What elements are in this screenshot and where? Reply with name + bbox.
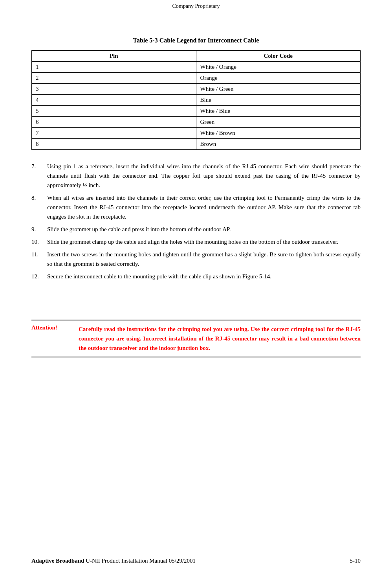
instruction-10-text: Slide the grommet clamp up the cable and… bbox=[47, 237, 361, 247]
instruction-11-number: 11. bbox=[31, 250, 47, 259]
col-color: Color Code bbox=[196, 51, 361, 62]
instruction-7: 7. Using pin 1 as a reference, insert th… bbox=[31, 162, 361, 190]
page-header: Company Proprietary bbox=[0, 0, 392, 17]
color-cell: White / Blue bbox=[196, 106, 361, 117]
attention-text: Carefully read the instructions for the … bbox=[79, 324, 361, 353]
pin-cell: 2 bbox=[32, 73, 196, 84]
color-cell: Brown bbox=[196, 139, 361, 150]
table-row: 3White / Green bbox=[32, 84, 361, 95]
pin-cell: 4 bbox=[32, 95, 196, 106]
instruction-10: 10. Slide the grommet clamp up the cable… bbox=[31, 237, 361, 247]
page-content: Table 5-3 Cable Legend for Interconnect … bbox=[0, 17, 392, 385]
instruction-7-number: 7. bbox=[31, 162, 47, 171]
footer-brand-section: Adaptive Broadband U-NII Product Install… bbox=[31, 558, 196, 564]
instruction-8-text: When all wires are inserted into the cha… bbox=[47, 193, 361, 221]
attention-label: Attention! bbox=[31, 324, 75, 331]
instruction-9-text: Slide the grommet up the cable and press… bbox=[47, 225, 361, 234]
page-footer: Adaptive Broadband U-NII Product Install… bbox=[0, 558, 392, 564]
table-row: 6Green bbox=[32, 117, 361, 128]
instruction-7-text: Using pin 1 as a reference, insert the i… bbox=[47, 162, 361, 190]
attention-box: Attention! Carefully read the instructio… bbox=[31, 320, 361, 357]
pin-cell: 5 bbox=[32, 106, 196, 117]
pin-cell: 8 bbox=[32, 139, 196, 150]
instruction-10-number: 10. bbox=[31, 237, 47, 247]
table-row: 7White / Brown bbox=[32, 128, 361, 139]
instruction-12-number: 12. bbox=[31, 272, 47, 281]
color-cell: White / Brown bbox=[196, 128, 361, 139]
pin-cell: 1 bbox=[32, 62, 196, 73]
color-cell: Blue bbox=[196, 95, 361, 106]
col-pin: Pin bbox=[32, 51, 196, 62]
footer-page-number: 5-10 bbox=[350, 558, 361, 564]
instruction-9-number: 9. bbox=[31, 225, 47, 234]
table-title: Table 5-3 Cable Legend for Interconnect … bbox=[31, 37, 361, 44]
instruction-11: 11. Insert the two screws in the mountin… bbox=[31, 250, 361, 269]
pin-cell: 3 bbox=[32, 84, 196, 95]
table-row: 2Orange bbox=[32, 73, 361, 84]
header-title: Company Proprietary bbox=[172, 3, 220, 9]
pin-cell: 6 bbox=[32, 117, 196, 128]
instruction-8-number: 8. bbox=[31, 193, 47, 202]
pin-cell: 7 bbox=[32, 128, 196, 139]
color-cell: Green bbox=[196, 117, 361, 128]
table-row: 1White / Orange bbox=[32, 62, 361, 73]
table-row: 5White / Blue bbox=[32, 106, 361, 117]
color-cell: Orange bbox=[196, 73, 361, 84]
footer-brand: Adaptive Broadband bbox=[31, 558, 84, 564]
instruction-12-text: Secure the interconnect cable to the mou… bbox=[47, 272, 361, 281]
color-cell: White / Orange bbox=[196, 62, 361, 73]
table-header-row: Pin Color Code bbox=[32, 51, 361, 62]
footer-manual: U-NII Product Installation Manual 05/29/… bbox=[86, 558, 196, 564]
color-cell: White / Green bbox=[196, 84, 361, 95]
cable-legend-table: Pin Color Code 1White / Orange2Orange3Wh… bbox=[31, 50, 361, 150]
instruction-12: 12. Secure the interconnect cable to the… bbox=[31, 272, 361, 281]
instruction-9: 9. Slide the grommet up the cable and pr… bbox=[31, 225, 361, 234]
instruction-8: 8. When all wires are inserted into the … bbox=[31, 193, 361, 221]
table-row: 4Blue bbox=[32, 95, 361, 106]
instructions-section: 7. Using pin 1 as a reference, insert th… bbox=[31, 162, 361, 281]
instruction-11-text: Insert the two screws in the mounting ho… bbox=[47, 250, 361, 269]
table-row: 8Brown bbox=[32, 139, 361, 150]
